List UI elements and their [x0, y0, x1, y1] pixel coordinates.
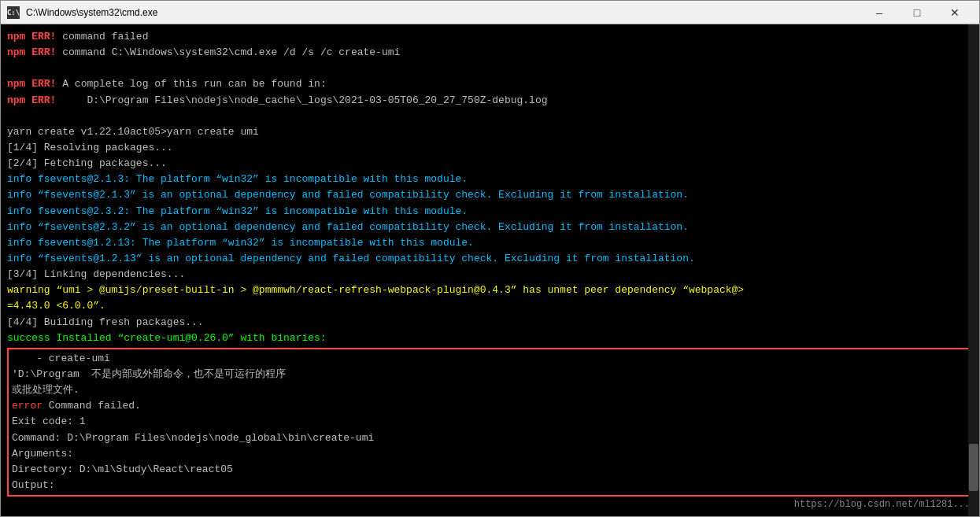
error-highlight-box: - create-umi 'D:\Program 不是内部或外部命令，也不是可运… [7, 348, 973, 497]
output-line: npm ERR! A complete log of this run can … [7, 76, 973, 92]
window-controls: – □ ✕ [861, 2, 973, 24]
output-line: info “fsevents@2.3.2” is an optional dep… [7, 220, 973, 235]
minimize-button[interactable]: – [861, 2, 897, 24]
output-line: info fsevents@2.3.2: The platform “win32… [7, 204, 973, 220]
output-line: [1/4] Resolving packages... [7, 140, 973, 156]
output-line: =4.43.0 <6.0.0”. [7, 298, 973, 314]
error-box-line: Command: D:\Program Files\nodejs\node_gl… [12, 430, 968, 446]
error-box-line: Output: [12, 478, 968, 493]
output-line: info fsevents@2.1.3: The platform “win32… [7, 172, 973, 187]
cmd-icon: C:\ [7, 6, 20, 19]
output-line: success Installed “create-umi@0.26.0” wi… [7, 331, 973, 346]
blank-line [7, 109, 973, 124]
output-line: [4/4] Building fresh packages... [7, 315, 973, 331]
error-box-line: Arguments: [12, 446, 968, 462]
output-line: info “fsevents@2.1.3” is an optional dep… [7, 187, 973, 203]
terminal-output: npm ERR! command failed npm ERR! command… [7, 29, 973, 497]
terminal-window: C:\ C:\Windows\system32\cmd.exe – □ ✕ np… [0, 0, 980, 517]
error-box-line: 'D:\Program 不是内部或外部命令，也不是可运行的程序 [12, 367, 968, 382]
error-box-line: error Command failed. [12, 398, 968, 414]
output-line: npm ERR! command failed [7, 29, 973, 45]
watermark: https://blog.csdn.net/ml1281... [794, 499, 970, 510]
output-line: info “fsevents@1.2.13” is an optional de… [7, 251, 973, 267]
scrollbar-thumb[interactable] [969, 444, 978, 491]
output-line: [2/4] Fetching packages... [7, 156, 973, 172]
output-line: [3/4] Linking dependencies... [7, 267, 973, 283]
output-line: info fsevents@1.2.13: The platform “win3… [7, 235, 973, 251]
output-line: npm ERR! D:\Program Files\nodejs\node_ca… [7, 93, 973, 109]
output-line: npm ERR! command C:\Windows\system32\cmd… [7, 45, 973, 61]
error-box-line: - create-umi [12, 351, 968, 367]
output-line: yarn create v1.22.10act05>yarn create um… [7, 124, 973, 140]
window-title: C:\Windows\system32\cmd.exe [26, 7, 861, 18]
output-line: warning “umi > @umijs/preset-built-in > … [7, 283, 973, 298]
error-box-line: Directory: D:\ml\Study\React\react05 [12, 462, 968, 478]
error-box-line: 或批处理文件. [12, 382, 968, 398]
error-box-line: Exit code: 1 [12, 414, 968, 430]
maximize-button[interactable]: □ [899, 2, 935, 24]
close-button[interactable]: ✕ [937, 2, 973, 24]
terminal-body: npm ERR! command failed npm ERR! command… [1, 24, 979, 516]
title-bar: C:\ C:\Windows\system32\cmd.exe – □ ✕ [1, 1, 979, 24]
blank-line [7, 61, 973, 76]
scrollbar[interactable] [968, 24, 979, 516]
